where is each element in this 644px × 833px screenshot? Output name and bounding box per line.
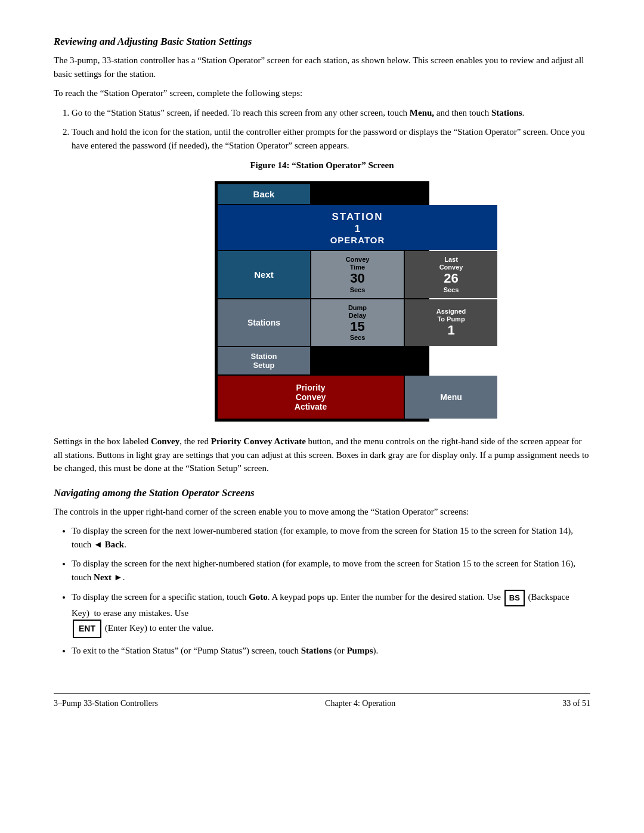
section1-p3: Settings in the box labeled Convey, the … — [54, 435, 590, 475]
assigned-to-pump-cell: AssignedTo Pump 1 — [405, 299, 497, 346]
convey-time-label: ConveyTime — [346, 256, 370, 271]
section2-bullet-2: To display the screen for the next highe… — [72, 557, 590, 584]
section1-list-item-2: Touch and hold the icon for the station,… — [72, 125, 590, 152]
footer-right: 33 of 51 — [562, 699, 590, 708]
dump-delay-cell: DumpDelay 15 Secs — [311, 299, 404, 346]
last-convey-unit: Secs — [444, 286, 459, 293]
section1-list: Go to the “Station Status” screen, if ne… — [72, 106, 590, 153]
station-subtitle: OPERATOR — [330, 235, 385, 245]
next-button[interactable]: Next — [218, 251, 310, 298]
convey-time-value: 30 — [350, 271, 364, 286]
section1-p1: The 3-pump, 33-station controller has a … — [54, 54, 590, 80]
figure-label: Figure 14: “Station Operator” Screen — [54, 160, 590, 171]
section2-bullet-3: To display the screen for a specific sta… — [72, 590, 590, 638]
back-label: Back — [253, 189, 275, 199]
section2-bullet-4: To exit to the “Station Status” (or “Pum… — [72, 644, 590, 658]
last-convey-value: 26 — [444, 271, 458, 286]
station-number: 1 — [355, 223, 360, 235]
last-convey-cell: LastConvey 26 Secs — [405, 251, 497, 298]
assigned-label: AssignedTo Pump — [436, 308, 466, 323]
assigned-value: 1 — [447, 323, 454, 337]
station-operator-screen: Back STATION 1 OPERATOR Next ConveyTime … — [215, 181, 429, 422]
footer-left: 3–Pump 33-Station Controllers — [54, 699, 158, 708]
convey-time-cell: ConveyTime 30 Secs — [311, 251, 404, 298]
stations-label: Stations — [247, 318, 280, 327]
screen-container: Back STATION 1 OPERATOR Next ConveyTime … — [54, 181, 590, 422]
station-setup-button[interactable]: StationSetup — [218, 347, 310, 374]
convey-time-unit: Secs — [350, 286, 366, 293]
ent-key: ENT — [73, 620, 101, 638]
last-convey-label: LastConvey — [439, 256, 463, 271]
section1-p2: To reach the “Station Operator” screen, … — [54, 86, 590, 100]
section2-heading: Navigating among the Station Operator Sc… — [54, 487, 590, 499]
dump-delay-value: 15 — [350, 320, 364, 334]
next-label: Next — [254, 270, 274, 280]
section1-heading: Reviewing and Adjusting Basic Station Se… — [54, 36, 590, 48]
back-button[interactable]: Back — [218, 184, 310, 204]
priority-label: PriorityConveyActivate — [295, 383, 327, 411]
footer-center: Chapter 4: Operation — [325, 699, 395, 708]
menu-button[interactable]: Menu — [405, 376, 497, 419]
section2-bullets: To display the screen for the next lower… — [72, 524, 590, 658]
priority-convey-button[interactable]: PriorityConveyActivate — [218, 376, 404, 419]
bs-key: BS — [504, 590, 525, 606]
section2-p1: The controls in the upper right-hand cor… — [54, 505, 590, 519]
section1-list-item-1: Go to the “Station Status” screen, if ne… — [72, 106, 590, 120]
station-title: STATION — [332, 211, 383, 223]
stations-button[interactable]: Stations — [218, 299, 310, 346]
menu-label: Menu — [440, 392, 462, 402]
footer: 3–Pump 33-Station Controllers Chapter 4:… — [54, 693, 590, 708]
section2-bullet-1: To display the screen for the next lower… — [72, 524, 590, 551]
dump-delay-label: DumpDelay — [348, 304, 367, 320]
station-setup-label: StationSetup — [250, 352, 277, 370]
dump-delay-unit: Secs — [350, 334, 366, 341]
header-cell: STATION 1 OPERATOR — [218, 205, 497, 250]
